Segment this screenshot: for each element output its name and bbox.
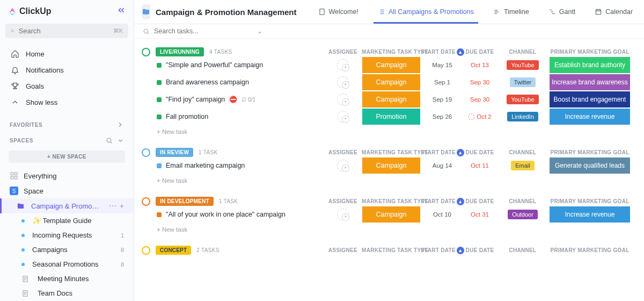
task-row[interactable]: Email marketing campaignCampaignAug 14Oc…	[142, 157, 636, 174]
sidebar-item-seasonal-promotions[interactable]: Seasonal Promotions8	[0, 257, 134, 271]
sidebar-item-meeting-minutes[interactable]: Meeting Minutes	[0, 271, 134, 286]
sidebar-item-space[interactable]: SSpace	[0, 183, 134, 198]
column-header[interactable]: CHANNEL	[496, 149, 550, 155]
tab-welcome[interactable]: Welcome!	[314, 5, 363, 19]
start-date[interactable]: Sep 26	[421, 113, 464, 120]
sidebar-search[interactable]: ⌘K	[5, 24, 128, 38]
column-header[interactable]: PRIMARY MARKETING GOAL	[550, 149, 630, 155]
assignee-add-button[interactable]	[337, 209, 349, 220]
task-row[interactable]: "Simple and Powerful" campaignCampaignMa…	[142, 56, 636, 74]
new-space-button[interactable]: + NEW SPACE	[9, 150, 125, 163]
due-date[interactable]: Oct 31	[464, 211, 496, 218]
column-header[interactable]: START DATE▲	[421, 149, 464, 156]
sidebar-search-input[interactable]	[19, 27, 109, 35]
subtask-indicator[interactable]: ☑ 0/1	[241, 97, 255, 103]
status-circle-icon[interactable]	[142, 197, 150, 206]
due-date[interactable]: Oct 13	[464, 62, 496, 68]
tab-all-campaigns[interactable]: All Campaigns & Promotions	[374, 5, 478, 19]
due-date[interactable]: Sep 30	[464, 79, 496, 85]
column-header[interactable]: PRIMARY MARKETING GOAL	[550, 247, 630, 253]
assignee-add-button[interactable]	[337, 59, 349, 71]
column-header[interactable]: PRIMARY MARKETING GOAL	[550, 198, 630, 204]
task-status-square[interactable]	[157, 114, 162, 119]
task-status-square[interactable]	[157, 212, 162, 217]
sidebar-item-team-docs[interactable]: Team Docs	[0, 286, 134, 300]
start-date[interactable]: Oct 10	[421, 211, 464, 218]
task-type-pill[interactable]: Promotion	[362, 109, 420, 125]
column-header[interactable]: DUE DATE	[464, 149, 496, 155]
status-circle-icon[interactable]	[142, 48, 150, 56]
column-header[interactable]: MARKETING TASK TYPE	[362, 149, 421, 155]
assignee-add-button[interactable]	[337, 160, 349, 171]
status-badge[interactable]: LIVE/RUNNING	[156, 47, 204, 56]
collapse-sidebar-button[interactable]	[116, 5, 126, 17]
task-search-input[interactable]	[154, 27, 251, 35]
status-badge[interactable]: CONCEPT	[156, 246, 191, 255]
start-date[interactable]: May 15	[421, 62, 464, 68]
due-date[interactable]: Oct 2	[464, 113, 496, 120]
sidebar-item-incoming-requests[interactable]: Incoming Requests1	[0, 228, 134, 242]
task-row[interactable]: Fall promotionPromotionSep 26Oct 2Linked…	[142, 108, 636, 125]
new-task-button[interactable]: + New task	[142, 223, 636, 233]
start-date[interactable]: Sep 19	[421, 96, 464, 103]
nav-goals[interactable]: Goals	[0, 78, 134, 94]
folder-add-button[interactable]: +	[120, 202, 124, 210]
chevron-down-icon[interactable]	[117, 137, 124, 144]
goal-pill[interactable]: Increase revenue	[550, 206, 630, 223]
column-header[interactable]: CHANNEL	[496, 198, 550, 204]
sidebar-item-everything[interactable]: Everything	[0, 168, 134, 183]
channel-tag[interactable]: YouTube	[507, 60, 538, 70]
channel-tag[interactable]: LinkedIn	[507, 112, 538, 121]
folder-more-button[interactable]: ⋯	[109, 202, 116, 210]
task-row[interactable]: "All of your work in one place" campaign…	[142, 206, 636, 223]
tab-timeline[interactable]: Timeline	[489, 5, 533, 19]
goal-pill[interactable]: Generate qualified leads	[550, 157, 630, 174]
status-badge[interactable]: IN DEVELOPMENT	[156, 197, 214, 206]
column-header[interactable]: CHANNEL	[496, 247, 550, 253]
column-header[interactable]: MARKETING TASK TYPE	[362, 198, 421, 204]
column-header[interactable]: ASSIGNEE	[324, 49, 362, 55]
start-date[interactable]: Sep 1	[421, 79, 464, 85]
task-type-pill[interactable]: Campaign	[362, 57, 420, 73]
goal-pill[interactable]: Establish brand authority	[550, 57, 630, 73]
channel-tag[interactable]: Twitter	[510, 77, 536, 87]
column-header[interactable]: DUE DATE	[464, 247, 496, 253]
sidebar-item-campaigns-folder[interactable]: Campaign & Promotion M... ⋯+	[0, 198, 134, 213]
goal-pill[interactable]: Increase revenue	[550, 109, 630, 125]
search-icon[interactable]	[106, 137, 113, 144]
channel-tag[interactable]: YouTube	[507, 95, 538, 104]
column-header[interactable]: ASSIGNEE	[324, 247, 362, 253]
app-logo[interactable]: ClickUp	[8, 6, 52, 16]
column-header[interactable]: START DATE▲	[421, 247, 464, 254]
task-status-square[interactable]	[157, 80, 162, 85]
task-row[interactable]: Brand awareness campaignCampaignSep 1Sep…	[142, 74, 636, 91]
column-header[interactable]: START DATE▲	[421, 198, 464, 205]
status-circle-icon[interactable]	[142, 246, 150, 255]
favorites-section-header[interactable]: FAVORITES	[0, 116, 134, 132]
chevron-down-icon[interactable]: ⌄	[257, 27, 262, 35]
sidebar-item-template-guide[interactable]: ✨ Template Guide	[0, 213, 134, 228]
column-header[interactable]: PRIMARY MARKETING GOAL	[550, 49, 630, 55]
column-header[interactable]: ASSIGNEE	[324, 198, 362, 204]
task-status-square[interactable]	[157, 163, 162, 168]
goal-pill[interactable]: Increase brand awareness	[550, 74, 630, 90]
nav-notifications[interactable]: Notifications	[0, 62, 134, 78]
channel-tag[interactable]: Email	[511, 161, 535, 170]
task-type-pill[interactable]: Campaign	[362, 206, 420, 223]
task-type-pill[interactable]: Campaign	[362, 74, 420, 90]
column-header[interactable]: MARKETING TASK TYPE	[362, 49, 421, 55]
status-badge[interactable]: IN REVIEW	[156, 148, 193, 157]
task-status-square[interactable]	[157, 97, 162, 102]
assignee-add-button[interactable]	[337, 111, 349, 123]
due-date[interactable]: Oct 11	[464, 162, 496, 169]
new-task-button[interactable]: + New task	[142, 125, 636, 135]
task-row[interactable]: "Find joy" campaign⛔☑ 0/1CampaignSep 19S…	[142, 91, 636, 108]
status-circle-icon[interactable]	[142, 148, 150, 157]
column-header[interactable]: MARKETING TASK TYPE	[362, 247, 421, 253]
task-type-pill[interactable]: Campaign	[362, 91, 420, 108]
column-header[interactable]: DUE DATE	[464, 49, 496, 55]
tab-calendar[interactable]: Calendar	[590, 5, 637, 19]
due-date[interactable]: Sep 30	[464, 96, 496, 103]
new-task-button[interactable]: + New task	[142, 174, 636, 184]
goal-pill[interactable]: Boost brand engagement	[550, 91, 630, 108]
